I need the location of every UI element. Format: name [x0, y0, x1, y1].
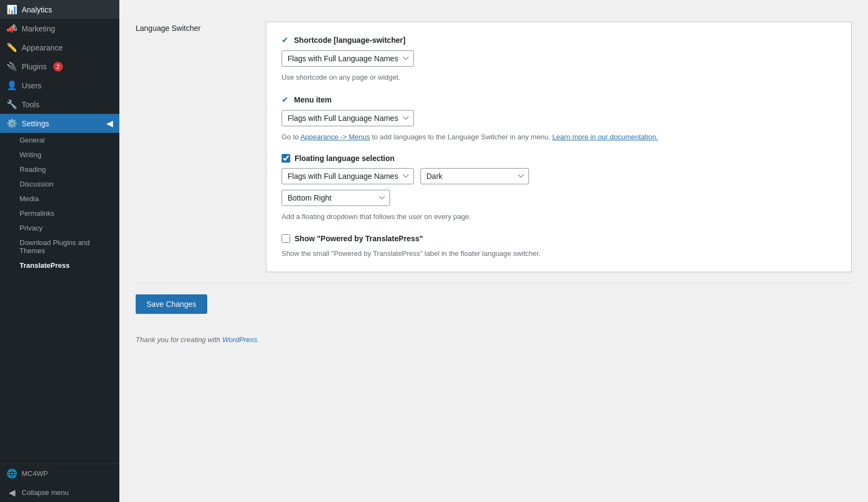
floating-position-dropdown[interactable]: Bottom RightBottom LeftTop RightTop Left — [282, 190, 390, 206]
sidebar-item-label: Marketing — [22, 24, 55, 33]
sidebar-item-label: Plugins — [22, 62, 47, 71]
section-label: Language Switcher — [136, 22, 255, 33]
powered-by-section: Show "Powered by TranslatePress" Show th… — [282, 234, 836, 259]
sidebar-item-label: Appearance — [22, 43, 63, 52]
floating-theme-dropdown[interactable]: DarkLight — [420, 168, 529, 184]
submenu-reading[interactable]: Reading — [0, 162, 119, 177]
tools-icon: 🔧 — [7, 99, 17, 110]
sidebar-item-tools[interactable]: 🔧 Tools — [0, 95, 119, 114]
submenu-privacy[interactable]: Privacy — [0, 221, 119, 235]
wordpress-link[interactable]: WordPress — [222, 336, 257, 344]
marketing-icon: 📣 — [7, 23, 17, 34]
menu-item-hint: Go to Appearance -> Menus to add languag… — [282, 132, 836, 143]
floating-select-row1: Flags with Full Language NamesFlags only… — [282, 168, 836, 184]
sidebar-item-users[interactable]: 👤 Users — [0, 76, 119, 95]
floating-checkbox-row: Floating language selection — [282, 154, 836, 163]
shortcode-hint: Use shortcode on any page or widget. — [282, 72, 836, 83]
sidebar-item-label: Settings — [22, 119, 49, 128]
menu-item-checkbox-row: ✔ Menu item — [282, 95, 836, 105]
language-switcher-row: Language Switcher ✔ Shortcode [language-… — [136, 11, 852, 284]
settings-submenu: General Writing Reading Discussion Media… — [0, 133, 119, 273]
sidebar-footer: 🌐 MC4WP ◀ Collapse menu — [0, 464, 119, 502]
floating-checkbox-input[interactable] — [282, 154, 290, 163]
sidebar-item-label: Users — [22, 81, 42, 90]
plugins-icon: 🔌 — [7, 61, 17, 72]
plugins-badge: 2 — [53, 62, 63, 72]
powered-by-label: Show "Powered by TranslatePress" — [295, 234, 423, 243]
collapse-icon: ◀ — [7, 487, 17, 498]
submenu-discussion[interactable]: Discussion — [0, 177, 119, 191]
floating-label: Floating language selection — [295, 154, 394, 163]
shortcode-checkmark-icon: ✔ — [282, 35, 289, 45]
floating-hint: Add a floating dropdown that follows the… — [282, 211, 836, 222]
submenu-general[interactable]: General — [0, 133, 119, 147]
sidebar-item-mc4wp[interactable]: 🌐 MC4WP — [0, 464, 119, 483]
shortcode-section: ✔ Shortcode [language-switcher] Flags wi… — [282, 35, 836, 83]
save-changes-button[interactable]: Save Changes — [136, 294, 207, 314]
hint-prefix: Go to — [282, 133, 301, 141]
menu-item-dropdown[interactable]: Flags with Full Language NamesFlags only… — [282, 110, 414, 126]
save-section: Save Changes — [136, 284, 852, 325]
menu-item-select-row: Flags with Full Language NamesFlags only… — [282, 110, 836, 126]
page-footer: Thank you for creating with WordPress. — [136, 325, 852, 349]
sidebar: 📊 Analytics 📣 Marketing ✏️ Appearance 🔌 … — [0, 0, 119, 502]
submenu-download-plugins[interactable]: Download Plugins and Themes — [0, 235, 119, 258]
menu-item-checkmark-icon: ✔ — [282, 95, 289, 105]
settings-content-panel: ✔ Shortcode [language-switcher] Flags wi… — [266, 22, 852, 272]
floating-select-row2: Bottom RightBottom LeftTop RightTop Left — [282, 190, 836, 206]
sidebar-item-analytics[interactable]: 📊 Analytics — [0, 0, 119, 19]
powered-by-checkbox-input[interactable] — [282, 234, 290, 243]
sidebar-item-settings[interactable]: ⚙️ Settings ◀ — [0, 114, 119, 133]
mc4wp-icon: 🌐 — [7, 468, 17, 479]
powered-by-checkbox-row: Show "Powered by TranslatePress" — [282, 234, 836, 243]
floating-style-dropdown[interactable]: Flags with Full Language NamesFlags only… — [282, 168, 414, 184]
main-content: Language Switcher ✔ Shortcode [language-… — [119, 0, 868, 502]
powered-by-hint: Show the small "Powered by TranslatePres… — [282, 248, 836, 259]
shortcode-select-row: Flags with Full Language NamesFlags only… — [282, 50, 836, 67]
submenu-writing[interactable]: Writing — [0, 147, 119, 162]
sidebar-item-marketing[interactable]: 📣 Marketing — [0, 19, 119, 38]
sidebar-menu: 📊 Analytics 📣 Marketing ✏️ Appearance 🔌 … — [0, 0, 119, 273]
shortcode-label: Shortcode [language-switcher] — [294, 36, 405, 44]
learn-more-link[interactable]: Learn more in our documentation. — [552, 133, 658, 141]
active-chevron-icon: ◀ — [106, 118, 113, 128]
sidebar-item-appearance[interactable]: ✏️ Appearance — [0, 38, 119, 57]
floating-section: Floating language selection Flags with F… — [282, 154, 836, 222]
sidebar-item-label: Collapse menu — [22, 488, 69, 497]
submenu-media[interactable]: Media — [0, 191, 119, 206]
settings-icon: ⚙️ — [7, 118, 17, 128]
sidebar-item-label: Analytics — [22, 5, 52, 14]
analytics-icon: 📊 — [7, 4, 17, 15]
appearance-menus-link[interactable]: Appearance -> Menus — [301, 133, 370, 141]
users-icon: 👤 — [7, 80, 17, 91]
sidebar-item-label: MC4WP — [22, 469, 48, 478]
menu-item-label: Menu item — [294, 95, 331, 104]
footer-text: Thank you for creating with — [136, 336, 222, 344]
sidebar-item-collapse[interactable]: ◀ Collapse menu — [0, 483, 119, 502]
appearance-icon: ✏️ — [7, 42, 17, 53]
submenu-translatepress[interactable]: TranslatePress — [0, 258, 119, 273]
hint-middle: to add languages to the Language Switche… — [370, 133, 552, 141]
shortcode-dropdown[interactable]: Flags with Full Language NamesFlags only… — [282, 50, 414, 67]
shortcode-checkbox-row: ✔ Shortcode [language-switcher] — [282, 35, 836, 45]
menu-item-section: ✔ Menu item Flags with Full Language Nam… — [282, 95, 836, 143]
submenu-permalinks[interactable]: Permalinks — [0, 206, 119, 221]
sidebar-item-label: Tools — [22, 100, 40, 109]
sidebar-item-plugins[interactable]: 🔌 Plugins 2 — [0, 57, 119, 76]
